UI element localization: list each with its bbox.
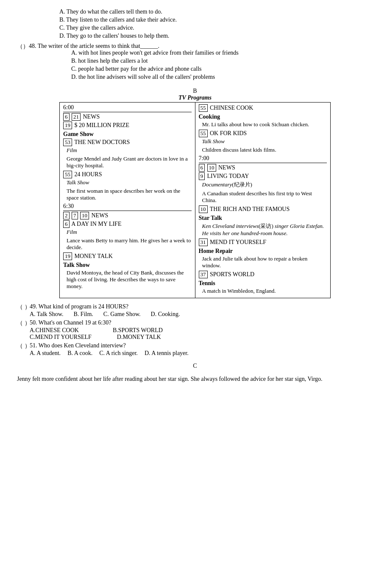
time-630: 6:30 [63,203,192,211]
q50-opt-d: D.MONEY TALK [117,334,161,341]
paren-left-50: （ [17,319,23,327]
show-19-prize: 19 $ 20 MILLION PRIZE [63,122,192,129]
q50-opt-a: A.CHINESE COOK [30,327,79,334]
channel-55b: 55 [199,104,208,112]
show-moneytalk-title: MONEY TALK [75,253,113,259]
q48-option-d: D. the hot line advisers will solve all … [71,74,239,80]
q50-opt-c: C.MEND IT YOURSELF [30,334,92,341]
show-news700-title: NEWS [218,164,235,171]
section-c-passage: Jenny felt more confident about her life… [17,374,373,384]
q49-opt-c: C. Game Show. [103,311,141,318]
show-okforkids-genre: Talk Show [202,138,327,145]
q49-opt-b: B. Film. [74,311,93,318]
show-dayinmylife-title: A DAY IN MY LIFE [71,221,121,227]
paren-left-48: （ [17,43,23,50]
show-doctors-desc: George Mendel and Judy Grant are doctors… [67,155,192,169]
show-okforkids-desc: Children discuss latest kids films. [202,147,327,153]
q51-stem: 51. Who does Ken Cleveland interview? [30,342,126,349]
show-doctors-genre: Film [67,147,192,154]
tv-right-col: 55 CHINESE COOK Cooking Mr. Li talks abo… [195,103,331,298]
cat-cooking: Cooking [199,114,327,120]
show-6-dayinmylife: 6 A DAY IN MY LIFE [63,220,192,228]
tv-left-col: 6:00 6 21 NEWS 19 $ 20 MILLION PRIZE Gam… [60,103,195,298]
show-chinesecook-title: CHINESE COOK [210,105,253,111]
channel-9: 9 [199,172,205,180]
show-55-24hours: 55 24 HOURS [63,171,192,178]
paren-left-49: （ [17,303,23,311]
q51-opt-a: A. A student. [30,350,61,357]
channel-21: 21 [72,113,81,121]
show-53-doctors: 53 THE NEW DOCTORS [63,139,192,146]
show-dayinmylife-genre: Film [67,229,192,236]
paren-right-51: ） [23,342,30,350]
channel-10a: 10 [80,212,89,219]
show-55-okforkids: 55 OK FOR KIDS [199,130,327,137]
show-richandfamous-title: THE RICH AND THE FAMOUS [210,206,290,212]
q48-option-a: A. with hot lines people won't get advic… [71,50,239,56]
channel-10c: 10 [199,205,208,213]
section-b-title: B [17,88,373,94]
cat-talk-show: Talk Show [63,262,192,269]
show-sportsworld-title: SPORTS WORLD [210,271,254,277]
show-19-moneytalk: 19 MONEY TALK [63,252,192,260]
option-c: C. They give the callers advice. [59,25,373,31]
show-24hours-genre: Talk Show [67,179,192,186]
paren-left-51: （ [17,342,23,350]
channel-53: 53 [63,139,72,146]
show-news-2-7-10: 2 7 10 NEWS [63,212,192,219]
q48-option-c: C. people had better pay for the advice … [71,66,239,72]
channel-31: 31 [199,239,208,246]
channel-7: 7 [72,212,78,219]
option-a: A. They do what the callers tell them to… [59,8,373,15]
q51-opt-c: C. A rich singer. [99,350,138,357]
show-news-6-10: 6 10 NEWS [199,164,327,172]
channel-2: 2 [63,212,70,219]
channel-6: 6 [63,113,70,121]
show-55-chinesecook: 55 CHINESE COOK [199,104,327,112]
q48-stem: 48. The writer of the article seems to t… [29,43,239,50]
option-d: D. They go to the callers' houses to hel… [59,33,373,39]
show-prize-title: $ 20 MILLION PRIZE [75,122,130,128]
show-24hours-title: 24 HOURS [75,171,102,178]
show-dayinmylife-desc: Lance wants Betty to marry him. He gives… [67,237,192,251]
q50-stem: 50. What's on Channel 19 at 6:30? [30,319,111,326]
show-okforkids-title: OK FOR KIDS [210,130,247,136]
q51-opt-b: B. A cook. [67,350,92,357]
show-doctors-title: THE NEW DOCTORS [74,139,130,145]
show-31-mendit: 31 MEND IT YOURSELF [199,239,327,246]
paren-right-48: ） [23,43,29,50]
tv-programs-table: 6:00 6 21 NEWS 19 $ 20 MILLION PRIZE Gam… [59,102,331,298]
show-tennis-desc: A match in Wimbledon, England. [202,288,327,294]
cat-star-talk: Star Talk [199,215,327,222]
show-livingtoday-title: LIVING TODAY [207,173,249,179]
show-mendit-title: MEND IT YOURSELF [210,239,266,245]
channel-6b: 6 [63,220,70,228]
q51-opt-d: D. A tennis player. [145,350,189,357]
channel-6c: 6 [199,164,205,172]
channel-55a: 55 [63,171,72,178]
section-b-subtitle: TV Programs [17,94,373,101]
show-livingtoday-desc: A Canadian student describes his first t… [202,190,327,204]
show-37-sportsworld: 37 SPORTS WORLD [199,271,327,278]
cat-home-repair: Home Repair [199,248,327,255]
channel-19b: 19 [63,252,72,260]
paren-right-50: ） [23,319,30,327]
show-news-title: NEWS [83,114,100,120]
paren-right-49: ） [23,303,30,311]
q49-stem: 49. What kind of program is 24 HOURS? [30,303,128,310]
q49-opt-a: A. Talk Show. [30,311,64,318]
channel-19: 19 [63,122,72,129]
time-700: 7:00 [199,155,327,163]
show-chinesecook-desc: Mr. Li talks about how to cook Sichuan c… [202,121,327,128]
show-moneytalk-desc: David Montoya, the head of City Bank, di… [67,269,192,290]
q48-option-b: B. hot lines help the callers a lot [71,58,239,64]
channel-10b: 10 [207,164,216,172]
q50-opt-b: B.SPORTS WORLD [113,327,163,334]
show-24hours-desc: The first woman in space describes her w… [67,188,192,201]
show-10-richandfamous: 10 THE RICH AND THE FAMOUS [199,205,327,213]
show-news630-title: NEWS [92,212,109,219]
q49-opt-d: D. Cooking. [151,311,180,318]
channel-37: 37 [199,271,208,278]
cat-tennis: Tennis [199,280,327,287]
show-richandfamous-desc: Ken Cleveland interviews(采访) singer Glor… [202,222,327,237]
